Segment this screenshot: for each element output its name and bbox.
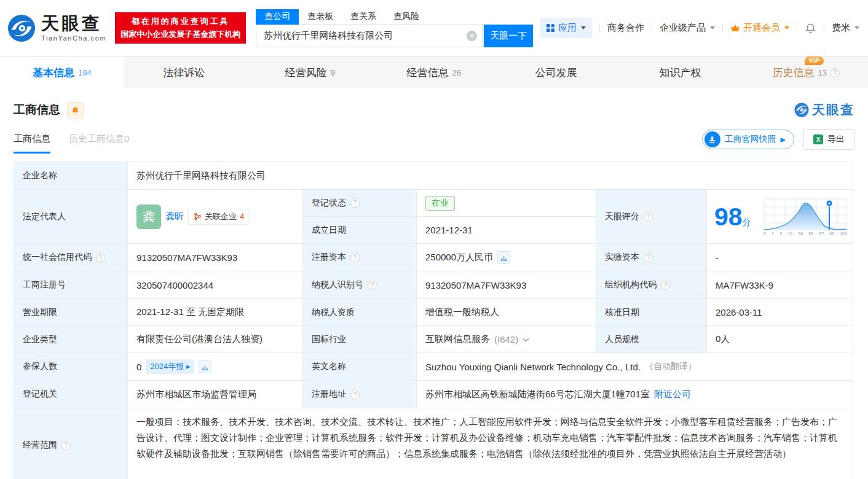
industry-code: (I642) — [494, 334, 518, 345]
logo-domain: TianYanCha.com — [41, 35, 106, 42]
business-info-table: 企业名称 苏州优行千里网络科技有限公司 法定代表人 龚 龚昕 关联企业 4 登记… — [14, 162, 854, 479]
tab-basic-info[interactable]: 基本信息 194 — [0, 56, 124, 88]
establish-date-value: 2021-12-31 — [417, 217, 596, 244]
search-tab-relation[interactable]: 查关系 — [342, 9, 385, 25]
reg-number-value: 320507400002344 — [128, 271, 303, 299]
help-icon[interactable]: ? — [368, 281, 377, 290]
export-button[interactable]: X 导出 — [803, 129, 854, 150]
score-chart-ticks: 0131550859799100 — [763, 232, 848, 236]
help-icon[interactable]: ? — [350, 253, 360, 262]
help-icon[interactable]: ? — [831, 68, 840, 77]
legal-rep-link[interactable]: 龚昕 — [165, 211, 184, 222]
chevron-down-icon — [710, 26, 715, 29]
stamp-icon — [704, 131, 720, 147]
chevron-down-icon — [784, 26, 789, 29]
paid-capital-value: - — [707, 244, 853, 271]
term-label: 营业期限 — [14, 299, 128, 326]
network-icon — [194, 212, 202, 220]
notification-bell-icon[interactable] — [805, 22, 816, 34]
search-input[interactable] — [256, 25, 483, 47]
search-tab-company[interactable]: 查公司 — [256, 9, 299, 25]
score-value: 98分 — [707, 190, 853, 244]
legal-rep-value: 龚 龚昕 关联企业 4 — [128, 190, 303, 244]
official-snapshot-button[interactable]: 工商官网快照 ▶ — [702, 130, 794, 149]
search-tab-risk[interactable]: 查风险 — [385, 9, 428, 25]
chevron-down-icon — [854, 26, 859, 29]
registry-value: 苏州市相城区市场监督管理局 — [128, 381, 303, 408]
help-icon[interactable]: ? — [350, 390, 360, 399]
address-label: 注册地址 ? — [303, 381, 417, 408]
company-type-value: 有限责任公司(港澳台法人独资) — [128, 326, 303, 353]
nav-business-cooperation[interactable]: 商务合作 — [607, 22, 644, 34]
help-icon[interactable]: ? — [350, 198, 360, 208]
username: 费米 — [832, 22, 850, 34]
clear-search-icon[interactable]: ✕ — [467, 31, 477, 41]
reg-capital-value: 250000万人民币 — [417, 244, 596, 271]
arrow-right-icon: ▶ — [781, 136, 786, 144]
reg-number-label: 工商注册号 — [14, 271, 128, 299]
company-type-label: 企业类型 — [14, 326, 128, 353]
nearby-companies-link[interactable]: 附近公司 — [654, 389, 691, 400]
tab-operation-info[interactable]: 经营信息 26 — [372, 56, 496, 88]
help-icon[interactable]: ? — [661, 281, 670, 290]
approve-date-label: 核准日期 — [596, 299, 707, 326]
subscribe-bell-icon[interactable] — [67, 102, 84, 119]
promo-banner: 都在用的商业查询工具 国家中小企业发展子基金旗下机构 — [115, 12, 246, 43]
industry-value: 互联网信息服务 (I642) — [417, 326, 596, 353]
status-badge: 在业 — [425, 196, 455, 211]
search-area: 查公司 查老板 查关系 查风险 ✕ 天眼一下 — [256, 9, 533, 47]
top-header: 天眼查 TianYanCha.com 都在用的商业查询工具 国家中小企业发展子基… — [0, 0, 868, 56]
industry-label: 国标行业 — [303, 326, 417, 353]
section-title: 工商信息 — [14, 102, 60, 118]
crown-icon — [730, 23, 740, 33]
brand-watermark: 天眼查 — [794, 101, 854, 119]
english-name-value: Suzhou Youxing Qianli Network Technology… — [417, 353, 853, 381]
insured-label: 参保人数 — [14, 353, 128, 381]
annual-report-badge[interactable]: 2024年报 ▸ — [146, 359, 194, 374]
company-name-label: 企业名称 — [14, 162, 128, 190]
tianyancha-logo[interactable]: 天眼查 TianYanCha.com — [7, 14, 106, 42]
term-value: 2021-12-31 至 无固定期限 — [128, 299, 303, 326]
help-icon[interactable]: ? — [61, 441, 71, 450]
tab-operation-risk[interactable]: 经营风险 9 — [248, 56, 372, 88]
tianyancha-logo-icon — [794, 103, 809, 117]
legal-rep-label: 法定代表人 — [14, 190, 128, 244]
company-tabbar: 基本信息 194 法律诉讼 经营风险 9 经营信息 26 公司发展 知识产权 历… — [0, 56, 868, 88]
reg-capital-label: 注册资本 ? — [303, 244, 417, 271]
nav-enterprise-products[interactable]: 企业级产品 — [660, 22, 715, 34]
scope-value: 一般项目：技术服务、技术开发、技术咨询、技术交流、技术转让、技术推广；人工智能应… — [128, 408, 853, 479]
legal-rep-avatar[interactable]: 龚 — [136, 204, 161, 229]
score-distribution-chart: 0131550859799100 — [763, 198, 848, 236]
tab-intellectual-property[interactable]: 知识产权 — [620, 56, 744, 88]
subtab-history-business-info[interactable]: 历史工商信息0 — [69, 133, 129, 154]
tab-company-development[interactable]: 公司发展 — [496, 56, 620, 88]
apps-grid-icon — [546, 23, 555, 33]
approve-date-value: 2026-03-11 — [707, 299, 853, 326]
score-number: 98 — [714, 203, 743, 231]
divider — [652, 23, 652, 33]
insured-value: 0 2024年报 ▸ — [128, 353, 303, 381]
logo-title: 天眼查 — [41, 15, 106, 33]
nav-user-menu[interactable]: 费米 — [832, 22, 859, 34]
divider — [824, 23, 824, 33]
excel-icon: X — [813, 134, 823, 144]
divider — [722, 23, 723, 33]
help-icon[interactable]: ? — [644, 212, 653, 221]
search-tab-boss[interactable]: 查老板 — [299, 9, 342, 25]
nav-open-vip[interactable]: 开通会员 — [730, 22, 789, 34]
taxpayer-id-label: 纳税人识别号 ? — [303, 271, 417, 299]
tab-legal-litigation[interactable]: 法律诉讼 — [124, 56, 248, 88]
search-button[interactable]: 天眼一下 — [484, 25, 533, 47]
chevron-down-icon[interactable] — [523, 338, 529, 342]
related-companies-badge[interactable]: 关联企业 4 — [188, 209, 250, 225]
promo-line1: 都在用的商业查询工具 — [120, 15, 240, 28]
insured-trend-icon[interactable] — [199, 360, 211, 373]
org-code-label: 组织机构代码 ? — [596, 271, 707, 299]
nav-apps[interactable]: 应用 — [540, 18, 592, 38]
auto-translate-note: （自动翻译） — [645, 361, 696, 372]
subtab-business-info[interactable]: 工商信息 — [14, 133, 50, 154]
help-icon[interactable]: ? — [96, 253, 105, 262]
capital-trend-icon[interactable] — [497, 251, 510, 264]
help-icon[interactable]: ? — [644, 253, 653, 262]
tab-history-info[interactable]: 历史信息 VIP 13 ? — [744, 56, 868, 88]
